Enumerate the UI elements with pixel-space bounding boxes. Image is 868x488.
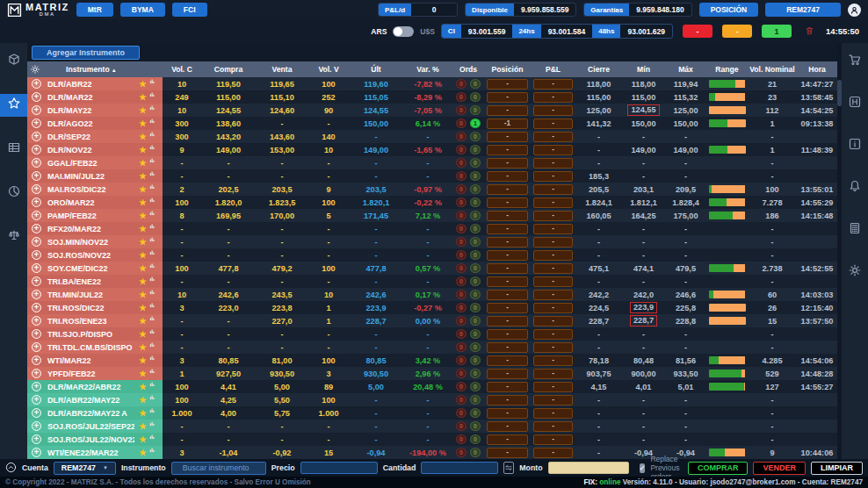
orders-buy-badge[interactable]: 0 [470,342,481,352]
orders-sell-badge[interactable]: 0 [456,118,467,128]
table-row[interactable]: +SOJ.MIN/NOV22★------00------ [27,235,837,248]
table-row[interactable]: +TRI.ROS/ENE23★--227,01228,70,00 %00--22… [27,314,837,327]
column-header-range[interactable]: Range [706,65,748,74]
orders-sell-badge[interactable]: 0 [456,382,467,391]
orders-sell-badge[interactable]: 0 [456,158,467,168]
bid-price[interactable]: 202,5 [201,183,256,196]
orders-buy-badge[interactable]: 0 [470,395,481,405]
chart-icon[interactable] [149,342,158,352]
bid-price[interactable]: 223,0 [201,301,256,314]
table-row[interactable]: +TRI.ROS/DIC22★3223,0223,81223,9-0,27 %0… [27,301,837,314]
sidebar-item-grid-icon[interactable] [0,138,27,161]
expand-row-icon[interactable]: + [32,197,41,207]
chart-icon[interactable] [149,408,158,418]
ask-price[interactable]: 5,75 [256,406,308,420]
orders-buy-badge[interactable]: 0 [470,224,481,233]
ask-price[interactable]: - [256,222,308,235]
expand-row-icon[interactable]: + [32,171,41,181]
favorite-star-icon[interactable]: ★ [139,133,147,141]
column-header-m-x[interactable]: Máx [665,65,706,74]
chart-icon[interactable] [149,276,158,286]
column-header-var-[interactable]: Var. % [403,65,452,74]
orders-buy-badge[interactable]: 0 [470,408,481,418]
ask-price[interactable]: - [256,117,308,130]
table-row[interactable]: +YPFD/FEB22★1927,50930,503930,502,96 %00… [27,367,837,380]
table-row[interactable]: +WTI/MAR22★380,8581,0010080,853,42 %00--… [27,354,837,367]
orders-sell-badge[interactable]: 0 [456,145,467,154]
orders-buy-badge[interactable]: 0 [470,79,481,89]
table-row[interactable]: +DLR/ABR22/MAY22★1004,255,50100--00-----… [27,393,837,406]
bid-price[interactable]: 4,41 [201,380,256,393]
orders-sell-badge[interactable]: 0 [456,263,467,273]
favorite-star-icon[interactable]: ★ [139,264,147,273]
vertical-scrollbar[interactable] [837,43,842,459]
expand-row-icon[interactable]: + [32,211,41,220]
favorite-star-icon[interactable]: ★ [139,449,147,457]
posicion-button[interactable]: POSICIÓN [699,3,759,17]
orders-sell-badge[interactable]: 0 [456,250,467,260]
favorite-star-icon[interactable]: ★ [139,422,147,431]
instrument-search-input[interactable] [171,462,266,475]
expand-row-icon[interactable]: + [32,118,41,128]
ask-price[interactable]: 5,50 [256,393,308,406]
table-row[interactable]: +TRI.SJO.P/DISPO★------00------ [27,327,837,341]
bid-price[interactable]: 169,95 [201,209,256,222]
chart-icon[interactable] [149,105,158,115]
expand-row-icon[interactable]: + [32,342,41,352]
favorite-star-icon[interactable]: ★ [139,277,147,286]
sidebar-item-cart-icon[interactable] [842,50,868,73]
chart-icon[interactable] [149,316,158,326]
expand-row-icon[interactable]: + [32,421,41,431]
currency-toggle[interactable] [393,26,414,37]
orders-sell-badge[interactable]: 0 [456,408,467,418]
bid-price[interactable]: - [201,433,256,446]
table-row[interactable]: +DLR/ABR22★10119,50119,65100119,60-7,82 … [27,77,837,90]
sidebar-item-info-icon[interactable] [842,134,868,157]
ask-price[interactable]: 243,5 [256,288,308,301]
ask-price[interactable]: 5,00 [256,380,308,393]
orders-buy-badge[interactable]: 0 [470,382,481,391]
orders-sell-badge[interactable]: 0 [456,290,467,299]
orders-sell-badge[interactable]: 0 [456,211,467,220]
expand-row-icon[interactable]: + [32,290,41,299]
ask-price[interactable]: - [256,275,308,288]
table-row[interactable]: +SOJ.ROS/JUL22/NOV22★------00------ [27,433,837,446]
expand-row-icon[interactable]: + [32,184,41,194]
expand-row-icon[interactable]: + [32,145,41,154]
bid-price[interactable]: 927,50 [201,367,256,380]
favorite-star-icon[interactable]: ★ [139,119,147,128]
replace-orders-checkbox[interactable]: ✓ [640,463,646,473]
bid-price[interactable]: - [201,341,256,354]
ask-price[interactable]: - [256,327,308,341]
orders-sell-badge[interactable]: 0 [456,92,467,102]
favorite-star-icon[interactable]: ★ [139,212,147,220]
chart-icon[interactable] [149,132,158,141]
favorite-star-icon[interactable]: ★ [139,251,147,260]
ask-price[interactable]: 223,8 [256,301,308,314]
sidebar-item-settings-icon[interactable] [842,261,868,283]
orders-buy-badge[interactable]: 0 [470,145,481,154]
table-row[interactable]: +SOY.CME/DIC22★100477,8479,2100477,80,57… [27,262,837,275]
bid-price[interactable]: - [201,235,256,248]
bid-price[interactable]: 477,8 [201,262,256,275]
expand-row-icon[interactable]: + [32,132,41,141]
expand-row-icon[interactable]: + [32,303,41,312]
ask-price[interactable]: 930,50 [256,367,308,380]
favorite-star-icon[interactable]: ★ [139,185,147,194]
orders-buy-badge[interactable]: 0 [470,355,481,365]
favorite-star-icon[interactable]: ★ [139,317,147,326]
table-row[interactable]: +TRI.TDL.CM.BS/DISPO★------00------ [27,341,837,354]
orders-sell-badge[interactable]: 0 [456,276,467,286]
orders-sell-badge[interactable]: 0 [456,369,467,378]
orders-sell-badge[interactable]: 0 [456,421,467,431]
orders-sell-badge[interactable]: 0 [456,184,467,194]
orders-sell-badge[interactable]: 0 [456,342,467,352]
vender-button[interactable]: VENDER [753,462,806,475]
bid-price[interactable]: 119,50 [201,77,256,90]
bid-price[interactable]: 149,00 [201,143,256,156]
chart-icon[interactable] [149,211,158,220]
column-header-p-l[interactable]: P&L [531,65,575,74]
chart-icon[interactable] [149,197,158,207]
table-row[interactable]: +DLR/AGO22★300138,60--150,006,14 %01-1-1… [27,117,837,130]
sidebar-item-star-icon[interactable] [0,94,27,117]
